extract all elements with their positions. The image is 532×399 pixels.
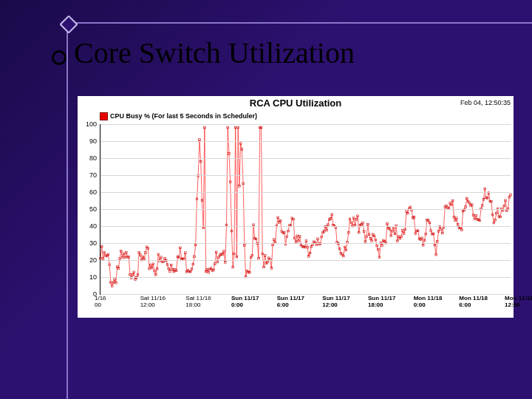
decor-line-horizontal <box>66 22 532 24</box>
slide-root: Core Switch Utilization RCA CPU Utilizat… <box>0 0 532 399</box>
chart-timestamp: Feb 04, 12:50:35 <box>460 99 511 106</box>
decor-corner-diamond <box>59 15 78 33</box>
y-tick-label: 50 <box>79 205 97 213</box>
x-tick-label: Mon 11/18 0:00 <box>414 296 458 309</box>
gridline-h <box>100 277 511 278</box>
y-tick-label: 80 <box>79 154 97 162</box>
gridline-h <box>100 243 511 244</box>
chart-title: RCA CPU Utilization <box>78 96 514 109</box>
y-tick-label: 90 <box>79 137 97 145</box>
chart-legend: CPU Busy % (For last 5 Seconds in Schedu… <box>100 112 257 120</box>
gridline-h <box>100 158 511 159</box>
y-tick-label: 10 <box>79 273 97 281</box>
x-tick-label: Sun 11/17 12:00 <box>322 296 366 309</box>
y-tick-label: 60 <box>79 188 97 196</box>
gridline-h <box>100 175 511 176</box>
gridline-h <box>100 124 511 125</box>
y-tick-label: 30 <box>79 239 97 247</box>
x-tick-label: Mon 11/18 6:00 <box>459 296 503 309</box>
y-tick-label: 40 <box>79 222 97 230</box>
gridline-h <box>100 141 511 142</box>
x-tick-label: Mon 11/18 12:00 <box>505 296 532 309</box>
x-tick-label: Sat 11/16 18:00 <box>185 296 230 309</box>
title-bullet-icon <box>52 50 66 65</box>
gridline-h <box>100 192 511 193</box>
y-tick-label: 20 <box>79 256 97 264</box>
gridline-h <box>100 226 511 227</box>
legend-label: CPU Busy % (For last 5 Seconds in Schedu… <box>110 112 257 120</box>
slide-title: Core Switch Utilization <box>74 35 355 70</box>
x-tick-label: Sun 11/17 0:00 <box>231 296 276 309</box>
y-tick-label: 70 <box>79 171 97 179</box>
legend-swatch-icon <box>100 112 108 120</box>
gridline-h <box>100 209 511 210</box>
x-tick-label: Sat 11/16 12:00 <box>140 296 185 309</box>
plot-area: 01020304050607080901001/16 00Sat 11/16 1… <box>100 124 511 295</box>
chart-container: RCA CPU Utilization Feb 04, 12:50:35 CPU… <box>78 96 514 318</box>
x-tick-label: 1/16 00 <box>95 296 139 309</box>
decor-line-vertical <box>66 22 68 399</box>
y-tick-label: 100 <box>79 120 97 128</box>
x-tick-label: Sun 11/17 6:00 <box>277 296 321 309</box>
gridline-h <box>100 260 511 261</box>
x-tick-label: Sun 11/17 18:00 <box>368 296 412 309</box>
